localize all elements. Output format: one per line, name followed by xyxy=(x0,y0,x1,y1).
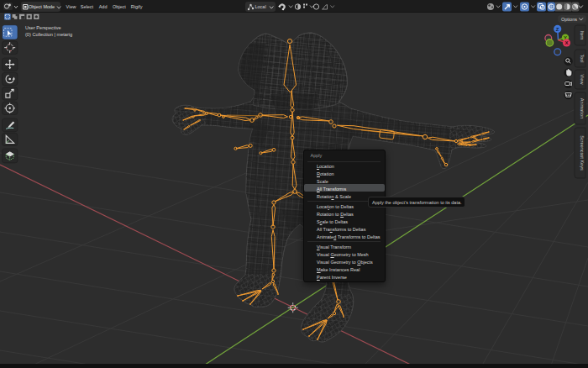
svg-text:Animation: Animation xyxy=(580,98,585,118)
svg-text:Screencast Keys: Screencast Keys xyxy=(580,135,585,171)
svg-text:Item: Item xyxy=(580,31,585,40)
svg-text:View: View xyxy=(580,75,585,85)
svg-text:Tool: Tool xyxy=(580,54,585,62)
